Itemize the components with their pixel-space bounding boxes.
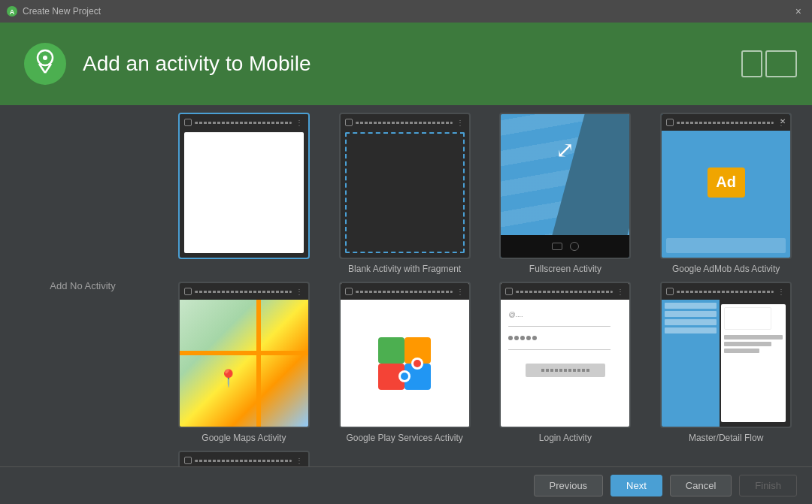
map-road-h	[180, 351, 308, 355]
activity-thumb-maps: ⋮ 📍	[178, 282, 310, 428]
blank-screen	[184, 132, 304, 253]
phone-wavy-2	[356, 122, 453, 124]
svg-point-14	[401, 373, 408, 380]
svg-rect-7	[378, 337, 404, 364]
login-home-btn	[505, 288, 513, 295]
md-detail	[721, 304, 786, 422]
svg-point-2	[24, 43, 66, 85]
activity-grid-area[interactable]: ⋮ Blank Activity ⋮	[165, 105, 812, 466]
maps-wavy	[195, 291, 292, 293]
next-button[interactable]: Next	[611, 475, 662, 496]
activity-thumb-nav-drawer: ⋮	[178, 451, 310, 466]
svg-text:A: A	[10, 8, 15, 16]
md-detail-item-2	[724, 342, 771, 346]
login-wavy	[516, 291, 613, 293]
nd-dots: ⋮	[295, 456, 304, 465]
title-bar-left: A Create New Project	[6, 5, 101, 17]
finish-button[interactable]: Finish	[739, 475, 797, 496]
activity-card-master-detail[interactable]: ⋮	[651, 282, 801, 443]
activity-thumb-login: ⋮ @....	[499, 282, 631, 428]
maps-image: 📍	[180, 300, 308, 427]
cancel-button[interactable]: Cancel	[670, 475, 732, 496]
map-road-v	[256, 300, 261, 427]
admob-home-btn	[666, 119, 674, 126]
tablet-icon	[765, 50, 797, 77]
phone-dots: ⋮	[295, 118, 304, 127]
previous-button[interactable]: Previous	[534, 475, 604, 496]
title-bar-text: Create New Project	[23, 6, 101, 17]
admob-close: ✕	[780, 117, 786, 125]
activity-thumb-master-detail: ⋮	[660, 282, 792, 428]
device-icons	[741, 50, 797, 77]
md-content	[662, 300, 790, 427]
activity-label-maps: Google Maps Activity	[201, 433, 286, 443]
activity-card-maps[interactable]: ⋮ 📍 Google Maps Activity	[169, 282, 319, 443]
activity-card-admob[interactable]: ⋮ ✕ Ad Google AdMob Ads Activity	[651, 113, 801, 274]
admob-wavy	[677, 122, 774, 124]
selected-bar: Blank Activity	[180, 258, 308, 259]
nav-btn-home	[570, 242, 579, 251]
add-no-activity-label: Add No Activity	[50, 280, 115, 291]
activity-card-fullscreen[interactable]: ⤢ Fullscreen Activity	[491, 113, 641, 274]
md-wavy	[677, 291, 774, 293]
phone-home-btn-2	[345, 119, 353, 126]
activity-thumb-play-services: ⋮	[339, 282, 471, 428]
activity-label-master-detail: Master/Detail Flow	[689, 433, 763, 443]
activity-label-login: Login Activity	[539, 433, 592, 443]
activity-label-blank-fragment: Blank Activity with Fragment	[348, 264, 461, 274]
login-btn-wavy	[541, 369, 589, 372]
play-content	[341, 300, 469, 427]
login-content: @....	[501, 300, 629, 427]
puzzle-icon	[374, 333, 435, 394]
nav-btn-back	[552, 243, 562, 250]
activity-thumb-admob: ⋮ ✕ Ad	[660, 113, 792, 259]
admob-badge: Ad	[707, 167, 745, 198]
phone-wavy	[195, 122, 292, 124]
activity-thumb-blank-fragment: ⋮	[339, 113, 471, 259]
app-icon: A	[6, 5, 18, 17]
md-detail-item-3	[724, 349, 759, 353]
md-list-item-2	[665, 311, 717, 317]
phone-dots-2: ⋮	[456, 118, 465, 127]
header-title: Add an activity to Mobile	[83, 52, 311, 76]
activity-card-blank[interactable]: ⋮ Blank Activity	[169, 113, 319, 274]
left-sidebar: Add No Activity	[0, 105, 165, 466]
admob-content: Ad	[662, 131, 790, 234]
activity-card-nav-drawer[interactable]: ⋮ Navigation Drawer	[169, 451, 319, 466]
activity-grid: ⋮ Blank Activity ⋮	[169, 113, 801, 466]
activity-card-play-services[interactable]: ⋮	[330, 282, 480, 443]
md-detail-item-1	[724, 335, 783, 340]
footer: Previous Next Cancel Finish	[0, 466, 812, 504]
fullscreen-bottom	[501, 235, 629, 258]
activity-card-blank-fragment[interactable]: ⋮ Blank Activity with Fragment	[330, 113, 480, 274]
activity-label-fullscreen: Fullscreen Activity	[529, 264, 601, 274]
activity-label-admob: Google AdMob Ads Activity	[672, 264, 780, 274]
activity-label-play-services: Google Play Services Activity	[346, 433, 462, 443]
activity-thumb-fullscreen: ⤢	[499, 113, 631, 259]
svg-point-6	[43, 56, 47, 60]
phone-icon	[741, 50, 762, 77]
md-list-item-3	[665, 319, 717, 325]
title-bar: A Create New Project ×	[0, 0, 812, 23]
activity-card-login[interactable]: ⋮ @....	[491, 282, 641, 443]
md-dots: ⋮	[777, 287, 786, 296]
admob-wavy-bottom	[666, 238, 786, 253]
login-btn	[526, 364, 605, 377]
play-dots: ⋮	[456, 287, 465, 296]
login-dots: ⋮	[616, 287, 625, 296]
md-list-item-1	[665, 303, 717, 309]
nd-wavy	[195, 460, 292, 462]
main-content: Add No Activity ⋮ Blank Activity	[0, 105, 812, 466]
md-list	[662, 300, 720, 427]
play-home-btn	[345, 288, 353, 295]
md-home-btn	[666, 288, 674, 295]
header: Add an activity to Mobile	[0, 23, 812, 105]
play-wavy	[356, 291, 453, 293]
fullscreen-expand-icon: ⤢	[556, 137, 574, 163]
md-list-item-4	[665, 327, 717, 333]
phone-home-btn	[184, 119, 192, 126]
close-button[interactable]: ×	[791, 4, 806, 19]
map-pin: 📍	[218, 369, 238, 388]
activity-thumb-blank: ⋮ Blank Activity	[178, 113, 310, 259]
maps-home-btn	[184, 288, 192, 295]
